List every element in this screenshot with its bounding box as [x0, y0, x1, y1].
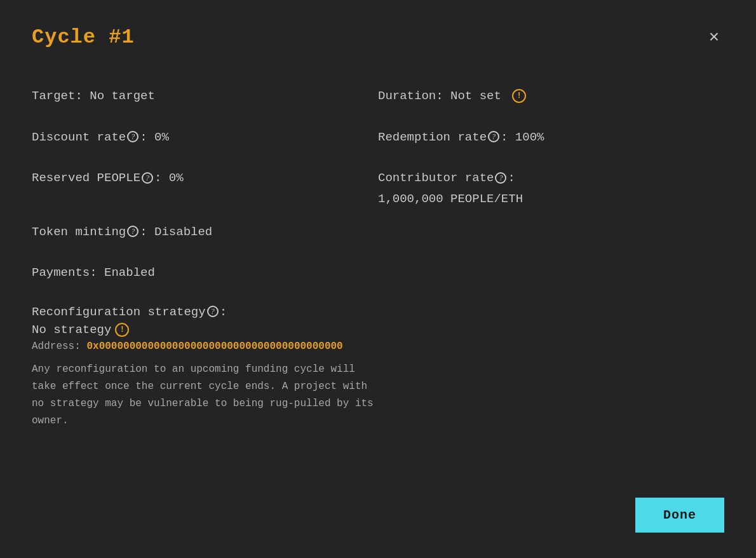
modal-header: Cycle #1 ×	[32, 25, 724, 49]
reserved-colon: :	[154, 171, 161, 185]
discount-rate-value: 0%	[154, 130, 169, 144]
contributor-rate-label: Contributor rate	[378, 171, 494, 185]
right-column: Duration: Not set ! Redemption rate?: 10…	[378, 87, 724, 485]
token-minting-value: Disabled	[154, 225, 212, 239]
reconfig-colon: :	[220, 305, 227, 319]
no-strategy-warning-icon[interactable]: !	[115, 323, 129, 337]
contributor-rate-value: 1,000,000 PEOPLE/ETH	[378, 190, 724, 208]
left-column: Target: No target Discount rate?: 0% Res…	[32, 87, 378, 485]
target-label: Target:	[32, 89, 83, 103]
duration-row: Duration: Not set !	[378, 87, 724, 105]
reconfiguration-section: Reconfiguration strategy?: No strategy !…	[32, 305, 378, 430]
no-strategy-text: No strategy	[32, 323, 111, 337]
discount-rate-row: Discount rate?: 0%	[32, 128, 378, 147]
close-button[interactable]: ×	[704, 25, 724, 48]
reserved-label: Reserved PEOPLE	[32, 171, 140, 185]
redemption-rate-label: Redemption rate	[378, 130, 487, 144]
token-minting-info-icon[interactable]: ?	[127, 226, 138, 237]
token-minting-label: Token minting	[32, 225, 126, 239]
duration-value: Not set	[450, 89, 501, 103]
address-row: Address: 0x00000000000000000000000000000…	[32, 341, 378, 352]
done-button-container: Done	[32, 485, 724, 533]
reserved-row: Reserved PEOPLE?: 0%	[32, 169, 378, 187]
contributor-rate-colon: :	[508, 171, 515, 185]
reserved-value: 0%	[169, 171, 184, 185]
discount-rate-label: Discount rate	[32, 130, 126, 144]
payments-row: Payments: Enabled	[32, 264, 378, 282]
token-minting-colon: :	[140, 225, 147, 239]
redemption-rate-value: 100%	[515, 130, 544, 144]
discount-rate-colon: :	[140, 130, 147, 144]
redemption-rate-row: Redemption rate?: 100%	[378, 128, 724, 147]
reconfig-label: Reconfiguration strategy	[32, 305, 206, 319]
spacer	[32, 210, 378, 223]
address-label: Address:	[32, 341, 81, 352]
target-value: No target	[90, 89, 155, 103]
modal-body: Target: No target Discount rate?: 0% Res…	[32, 87, 724, 485]
reserved-info-icon[interactable]: ?	[142, 172, 153, 184]
reconfig-info-icon[interactable]: ?	[207, 306, 219, 317]
contributor-rate-row: Contributor rate?: 1,000,000 PEOPLE/ETH	[378, 169, 724, 208]
warning-text: Any reconfiguration to an upcoming fundi…	[32, 361, 378, 430]
token-minting-row: Token minting?: Disabled	[32, 223, 378, 242]
duration-warning-icon[interactable]: !	[512, 89, 526, 103]
done-button[interactable]: Done	[635, 498, 724, 533]
discount-rate-info-icon[interactable]: ?	[127, 131, 138, 142]
redemption-rate-info-icon[interactable]: ?	[488, 131, 499, 142]
target-row: Target: No target	[32, 87, 378, 105]
modal-title: Cycle #1	[32, 25, 135, 49]
payments-label: Payments:	[32, 266, 97, 280]
address-value: 0x00000000000000000000000000000000000000…	[86, 341, 342, 352]
no-strategy-row: No strategy !	[32, 323, 378, 337]
redemption-rate-colon: :	[501, 130, 508, 144]
contributor-rate-info-icon[interactable]: ?	[495, 172, 506, 184]
payments-value: Enabled	[104, 266, 155, 280]
reconfig-label-row: Reconfiguration strategy?:	[32, 305, 378, 319]
modal-container: Cycle #1 × Target: No target Discount ra…	[0, 0, 756, 558]
duration-label: Duration:	[378, 89, 443, 103]
